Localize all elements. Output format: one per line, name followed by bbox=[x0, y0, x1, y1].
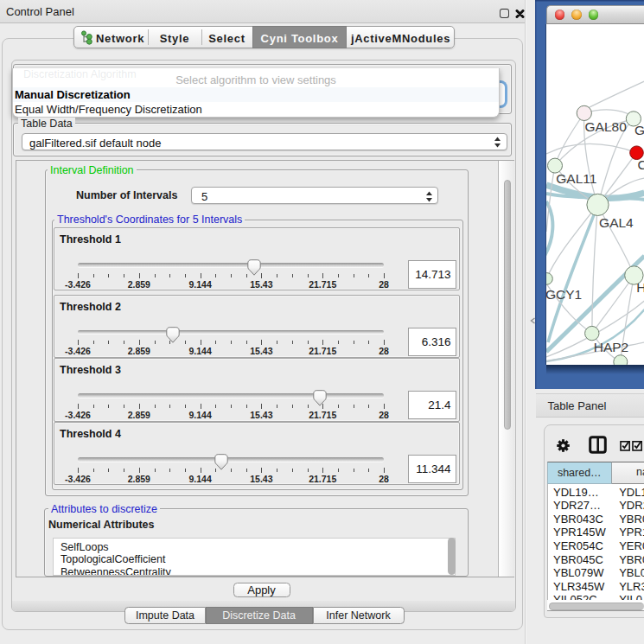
svg-text:GAL80: GAL80 bbox=[584, 118, 627, 133]
svg-text:HAP2: HAP2 bbox=[593, 340, 628, 354]
svg-text:H: H bbox=[636, 279, 644, 294]
svg-text:GA: GA bbox=[634, 122, 644, 137]
svg-text:GAL4: GAL4 bbox=[599, 215, 634, 230]
svg-text:GCY1: GCY1 bbox=[546, 286, 582, 301]
svg-text:GAL11: GAL11 bbox=[556, 171, 596, 186]
svg-text:C: C bbox=[637, 157, 644, 172]
